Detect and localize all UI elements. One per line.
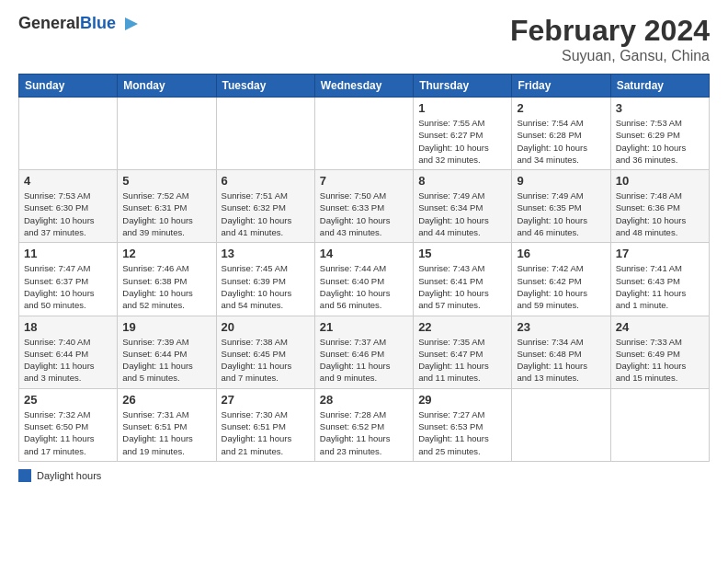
calendar-day-header: Friday xyxy=(512,75,610,98)
legend: Daylight hours xyxy=(18,469,710,482)
logo-general: General xyxy=(18,14,80,32)
calendar-cell: 27Sunrise: 7:30 AM Sunset: 6:51 PM Dayli… xyxy=(216,388,314,461)
calendar-cell: 1Sunrise: 7:55 AM Sunset: 6:27 PM Daylig… xyxy=(414,98,512,170)
calendar-cell: 6Sunrise: 7:51 AM Sunset: 6:32 PM Daylig… xyxy=(216,170,314,243)
day-number: 20 xyxy=(222,320,310,334)
day-info: Sunrise: 7:35 AM Sunset: 6:47 PM Dayligh… xyxy=(418,336,506,385)
calendar-cell: 17Sunrise: 7:41 AM Sunset: 6:43 PM Dayli… xyxy=(610,243,709,316)
calendar-cell xyxy=(216,98,314,170)
day-number: 12 xyxy=(122,247,210,260)
day-number: 14 xyxy=(320,247,408,260)
calendar-day-header: Thursday xyxy=(414,75,512,98)
day-number: 28 xyxy=(320,393,408,407)
page: GeneralBlue February 2024 Suyuan, Gansu,… xyxy=(0,0,728,563)
calendar-cell: 19Sunrise: 7:39 AM Sunset: 6:44 PM Dayli… xyxy=(118,316,216,388)
logo-blue: Blue xyxy=(80,14,116,32)
day-number: 18 xyxy=(24,320,112,334)
calendar-cell: 23Sunrise: 7:34 AM Sunset: 6:48 PM Dayli… xyxy=(512,316,610,388)
day-info: Sunrise: 7:49 AM Sunset: 6:34 PM Dayligh… xyxy=(418,190,506,238)
calendar-cell: 10Sunrise: 7:48 AM Sunset: 6:36 PM Dayli… xyxy=(610,170,709,243)
calendar-day-header: Monday xyxy=(118,75,216,98)
calendar-cell xyxy=(19,98,118,170)
day-info: Sunrise: 7:31 AM Sunset: 6:51 PM Dayligh… xyxy=(122,408,210,457)
calendar-cell xyxy=(314,98,413,170)
logo-arrow-icon xyxy=(121,14,142,34)
day-number: 6 xyxy=(222,174,310,188)
calendar-table: SundayMondayTuesdayWednesdayThursdayFrid… xyxy=(18,74,710,462)
calendar-cell: 7Sunrise: 7:50 AM Sunset: 6:33 PM Daylig… xyxy=(314,170,413,243)
calendar-cell: 21Sunrise: 7:37 AM Sunset: 6:46 PM Dayli… xyxy=(314,316,413,388)
day-info: Sunrise: 7:54 AM Sunset: 6:28 PM Dayligh… xyxy=(517,117,605,166)
svg-marker-0 xyxy=(125,17,138,30)
day-number: 27 xyxy=(222,393,310,407)
calendar-week-row: 1Sunrise: 7:55 AM Sunset: 6:27 PM Daylig… xyxy=(19,98,710,170)
day-info: Sunrise: 7:48 AM Sunset: 6:36 PM Dayligh… xyxy=(616,190,704,238)
day-info: Sunrise: 7:50 AM Sunset: 6:33 PM Dayligh… xyxy=(320,190,408,238)
calendar-day-header: Sunday xyxy=(19,75,118,98)
calendar-cell: 15Sunrise: 7:43 AM Sunset: 6:41 PM Dayli… xyxy=(414,243,512,316)
day-info: Sunrise: 7:51 AM Sunset: 6:32 PM Dayligh… xyxy=(222,190,310,238)
day-info: Sunrise: 7:55 AM Sunset: 6:27 PM Dayligh… xyxy=(418,117,506,166)
calendar-week-row: 25Sunrise: 7:32 AM Sunset: 6:50 PM Dayli… xyxy=(19,388,710,461)
header: GeneralBlue February 2024 Suyuan, Gansu,… xyxy=(18,14,710,64)
day-info: Sunrise: 7:37 AM Sunset: 6:46 PM Dayligh… xyxy=(320,336,408,385)
calendar-cell: 14Sunrise: 7:44 AM Sunset: 6:40 PM Dayli… xyxy=(314,243,413,316)
logo: GeneralBlue xyxy=(18,14,142,34)
calendar-day-header: Saturday xyxy=(610,75,709,98)
calendar-cell: 11Sunrise: 7:47 AM Sunset: 6:37 PM Dayli… xyxy=(19,243,118,316)
calendar-cell: 29Sunrise: 7:27 AM Sunset: 6:53 PM Dayli… xyxy=(414,388,512,461)
calendar-cell: 28Sunrise: 7:28 AM Sunset: 6:52 PM Dayli… xyxy=(314,388,413,461)
day-info: Sunrise: 7:45 AM Sunset: 6:39 PM Dayligh… xyxy=(222,262,310,311)
day-number: 3 xyxy=(616,101,704,115)
day-info: Sunrise: 7:53 AM Sunset: 6:30 PM Dayligh… xyxy=(24,190,112,238)
day-info: Sunrise: 7:49 AM Sunset: 6:35 PM Dayligh… xyxy=(517,190,605,238)
calendar-cell: 8Sunrise: 7:49 AM Sunset: 6:34 PM Daylig… xyxy=(414,170,512,243)
day-info: Sunrise: 7:28 AM Sunset: 6:52 PM Dayligh… xyxy=(320,408,408,457)
day-info: Sunrise: 7:52 AM Sunset: 6:31 PM Dayligh… xyxy=(122,190,210,238)
day-info: Sunrise: 7:39 AM Sunset: 6:44 PM Dayligh… xyxy=(122,336,210,385)
legend-label: Daylight hours xyxy=(37,470,101,481)
main-title: February 2024 xyxy=(510,14,710,48)
calendar-week-row: 4Sunrise: 7:53 AM Sunset: 6:30 PM Daylig… xyxy=(19,170,710,243)
day-info: Sunrise: 7:32 AM Sunset: 6:50 PM Dayligh… xyxy=(24,408,112,457)
day-info: Sunrise: 7:41 AM Sunset: 6:43 PM Dayligh… xyxy=(616,262,704,311)
calendar-week-row: 18Sunrise: 7:40 AM Sunset: 6:44 PM Dayli… xyxy=(19,316,710,388)
sub-title: Suyuan, Gansu, China xyxy=(510,48,710,64)
day-number: 24 xyxy=(616,320,704,334)
calendar-cell: 16Sunrise: 7:42 AM Sunset: 6:42 PM Dayli… xyxy=(512,243,610,316)
calendar-cell: 20Sunrise: 7:38 AM Sunset: 6:45 PM Dayli… xyxy=(216,316,314,388)
calendar-cell: 18Sunrise: 7:40 AM Sunset: 6:44 PM Dayli… xyxy=(19,316,118,388)
calendar-cell: 25Sunrise: 7:32 AM Sunset: 6:50 PM Dayli… xyxy=(19,388,118,461)
day-number: 26 xyxy=(122,393,210,407)
day-number: 2 xyxy=(517,101,605,115)
calendar-day-header: Wednesday xyxy=(314,75,413,98)
day-number: 4 xyxy=(24,174,112,188)
calendar-header-row: SundayMondayTuesdayWednesdayThursdayFrid… xyxy=(19,75,710,98)
logo-text: GeneralBlue xyxy=(18,15,116,33)
calendar-cell: 26Sunrise: 7:31 AM Sunset: 6:51 PM Dayli… xyxy=(118,388,216,461)
day-info: Sunrise: 7:38 AM Sunset: 6:45 PM Dayligh… xyxy=(222,336,310,385)
calendar-cell: 13Sunrise: 7:45 AM Sunset: 6:39 PM Dayli… xyxy=(216,243,314,316)
calendar-cell: 2Sunrise: 7:54 AM Sunset: 6:28 PM Daylig… xyxy=(512,98,610,170)
day-info: Sunrise: 7:33 AM Sunset: 6:49 PM Dayligh… xyxy=(616,336,704,385)
day-number: 16 xyxy=(517,247,605,260)
day-number: 15 xyxy=(418,247,506,260)
legend-box xyxy=(18,469,31,482)
day-number: 11 xyxy=(24,247,112,260)
day-info: Sunrise: 7:27 AM Sunset: 6:53 PM Dayligh… xyxy=(418,408,506,457)
day-number: 25 xyxy=(24,393,112,407)
day-info: Sunrise: 7:44 AM Sunset: 6:40 PM Dayligh… xyxy=(320,262,408,311)
calendar-cell: 24Sunrise: 7:33 AM Sunset: 6:49 PM Dayli… xyxy=(610,316,709,388)
calendar-cell xyxy=(118,98,216,170)
calendar-week-row: 11Sunrise: 7:47 AM Sunset: 6:37 PM Dayli… xyxy=(19,243,710,316)
day-number: 17 xyxy=(616,247,704,260)
day-number: 19 xyxy=(122,320,210,334)
day-number: 1 xyxy=(418,101,506,115)
day-info: Sunrise: 7:34 AM Sunset: 6:48 PM Dayligh… xyxy=(517,336,605,385)
calendar-cell xyxy=(610,388,709,461)
day-number: 5 xyxy=(122,174,210,188)
day-info: Sunrise: 7:46 AM Sunset: 6:38 PM Dayligh… xyxy=(122,262,210,311)
day-info: Sunrise: 7:40 AM Sunset: 6:44 PM Dayligh… xyxy=(24,336,112,385)
day-info: Sunrise: 7:43 AM Sunset: 6:41 PM Dayligh… xyxy=(418,262,506,311)
title-block: February 2024 Suyuan, Gansu, China xyxy=(510,14,710,64)
